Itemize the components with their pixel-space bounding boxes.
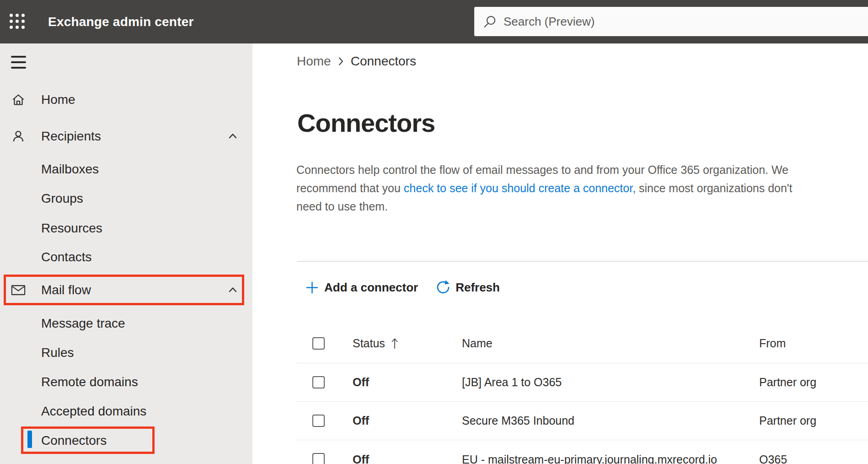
breadcrumb-current: Connectors <box>351 54 416 69</box>
sidebar-item-label: Contacts <box>41 250 92 264</box>
column-header-status[interactable]: Status <box>353 324 398 363</box>
row-from: Partner org <box>759 414 816 427</box>
row-checkbox[interactable] <box>312 453 325 464</box>
row-status: Off <box>353 414 369 427</box>
sidebar-item-mail-flow[interactable]: Mail flow <box>0 275 252 305</box>
sidebar-item-remote-domains[interactable]: Remote domains <box>0 367 252 397</box>
breadcrumb-home-link[interactable]: Home <box>297 54 331 69</box>
row-from: O365 <box>759 453 787 464</box>
nav-collapse-button[interactable] <box>11 53 31 73</box>
column-header-status-label: Status <box>353 337 385 350</box>
table-row[interactable]: Off Secure M365 Inbound Partner org <box>297 402 868 440</box>
column-header-from-label: From <box>759 337 786 350</box>
page-title: Connectors <box>297 108 435 138</box>
row-name: EU - mailstream-eu-primary.journaling.mx… <box>462 453 717 464</box>
chevron-right-icon <box>338 56 344 66</box>
page-description: Connectors help control the flow of emai… <box>296 161 868 216</box>
description-line3: need to use them. <box>296 200 388 213</box>
row-name: [JB] Area 1 to O365 <box>462 376 562 389</box>
row-status: Off <box>353 376 369 389</box>
create-connector-check-link[interactable]: check to see if you should create a conn… <box>404 182 636 194</box>
sidebar-item-label: Connectors <box>41 433 107 448</box>
sidebar-item-label: Mail flow <box>41 283 91 297</box>
left-navigation: Home Recipients Mailboxes Groups Resourc… <box>0 43 252 464</box>
person-icon <box>11 129 26 144</box>
column-header-name-label: Name <box>462 337 493 350</box>
selected-item-indicator <box>27 431 32 448</box>
row-checkbox[interactable] <box>312 415 325 427</box>
search-icon <box>483 15 497 28</box>
row-name: Secure M365 Inbound <box>462 414 574 427</box>
sidebar-item-label: Message trace <box>41 316 125 331</box>
sidebar-item-label: Accepted domains <box>41 404 146 419</box>
toolbar-top-divider <box>297 261 868 262</box>
sidebar-item-mailboxes[interactable]: Mailboxes <box>0 155 252 184</box>
global-search[interactable] <box>474 7 868 36</box>
description-line1: Connectors help control the flow of emai… <box>296 163 788 176</box>
home-icon <box>11 92 26 107</box>
sidebar-item-label: Remote domains <box>41 375 138 389</box>
top-app-bar: Exchange admin center <box>0 0 868 43</box>
sidebar-item-label: Home <box>41 92 75 107</box>
sidebar-item-home[interactable]: Home <box>0 85 252 114</box>
mail-icon <box>11 283 26 297</box>
sidebar-item-groups[interactable]: Groups <box>0 184 252 213</box>
sidebar-item-label: Mailboxes <box>41 162 99 177</box>
add-connector-label: Add a connector <box>324 281 418 295</box>
sidebar-item-label: Resources <box>41 221 102 236</box>
sidebar-item-message-trace[interactable]: Message trace <box>0 309 252 338</box>
sidebar-item-contacts[interactable]: Contacts <box>0 243 252 272</box>
row-checkbox[interactable] <box>312 376 325 388</box>
chevron-up-icon[interactable] <box>227 131 238 144</box>
table-row[interactable]: Off [JB] Area 1 to O365 Partner org <box>297 363 868 402</box>
plus-icon <box>305 281 319 294</box>
sidebar-item-accepted-domains[interactable]: Accepted domains <box>0 397 252 426</box>
sidebar-item-label: Rules <box>41 345 74 360</box>
column-header-name: Name <box>462 324 493 363</box>
app-title: Exchange admin center <box>48 0 194 43</box>
search-input[interactable] <box>504 15 824 29</box>
sidebar-item-label: Groups <box>41 191 83 206</box>
refresh-button[interactable]: Refresh <box>435 280 500 295</box>
row-status: Off <box>353 453 369 464</box>
hamburger-icon <box>11 56 26 58</box>
select-all-checkbox[interactable] <box>312 337 325 350</box>
refresh-icon <box>435 280 451 295</box>
sort-ascending-icon <box>391 337 398 350</box>
column-header-from: From <box>759 324 786 363</box>
app-launcher-button[interactable] <box>6 10 29 33</box>
sidebar-item-recipients[interactable]: Recipients <box>0 122 252 151</box>
command-bar: Add a connector Refresh <box>305 274 500 301</box>
table-header-row: Status Name From <box>297 324 868 363</box>
table-row[interactable]: Off EU - mailstream-eu-primary.journalin… <box>297 440 868 464</box>
breadcrumb: Home Connectors <box>297 54 416 69</box>
add-connector-button[interactable]: Add a connector <box>305 281 418 295</box>
waffle-icon <box>10 14 25 29</box>
sidebar-item-rules[interactable]: Rules <box>0 338 252 367</box>
chevron-up-icon[interactable] <box>227 285 238 297</box>
row-from: Partner org <box>759 376 816 389</box>
sidebar-item-label: Recipients <box>41 129 101 144</box>
sidebar-item-resources[interactable]: Resources <box>0 214 252 243</box>
description-line2-pre: recommend that you <box>296 182 404 194</box>
description-line2-post: since most organizations don't <box>636 182 792 194</box>
refresh-label: Refresh <box>455 281 500 295</box>
sidebar-item-connectors[interactable]: Connectors <box>0 426 252 455</box>
